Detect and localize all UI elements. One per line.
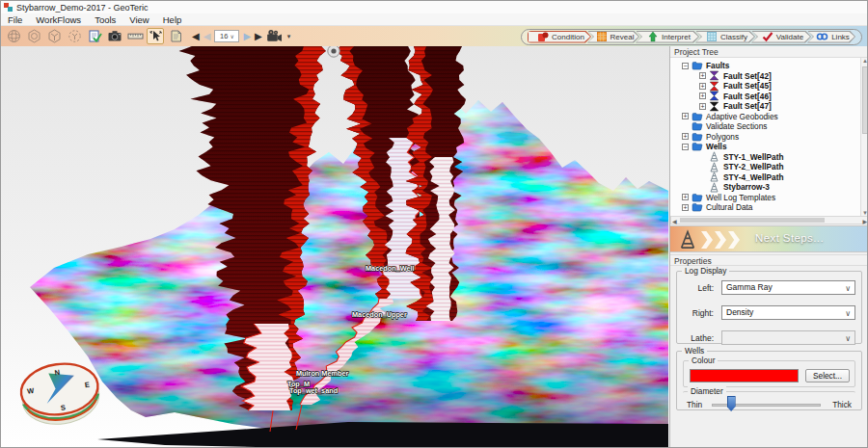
tree-item-stybarrow-3[interactable]: Stybarrow-3	[670, 182, 868, 193]
tree-item-sty-2-wellpath[interactable]: STY-2_WellPath	[670, 162, 868, 172]
tree-item-fault-set-42-[interactable]: +Fault Set[42]	[670, 71, 868, 82]
tree-item-label: Fault Set[45]	[723, 81, 772, 91]
tree-item-fault-set-46-[interactable]: +Fault Set[46]	[670, 92, 868, 102]
colour-swatch[interactable]	[690, 369, 799, 382]
tree-item-fault-set-47-[interactable]: +Fault Set[47]	[670, 101, 868, 112]
colour-legend: Colour	[689, 356, 718, 365]
frame-select[interactable]: 16∨	[214, 30, 239, 42]
tree-expander[interactable]: +	[682, 204, 689, 211]
notepad-check-icon[interactable]	[86, 28, 103, 44]
workflow-tab-links[interactable]: Links	[807, 31, 855, 43]
tree-expander[interactable]: −	[682, 63, 689, 69]
combo-lathe[interactable]: ∨	[721, 330, 855, 345]
workflow-tab-condition[interactable]: Condition	[528, 31, 591, 43]
scroll-right-icon[interactable]: ▶	[862, 218, 867, 224]
app-icon	[4, 3, 13, 12]
tree-item-label: Fault Set[47]	[723, 101, 772, 111]
target-axes-icon[interactable]	[66, 28, 83, 44]
next-steps-label: Next Steps...	[755, 232, 824, 244]
derrick-icon	[709, 162, 721, 172]
tree-item-well-log-templates[interactable]: +Well Log Templates	[670, 193, 868, 203]
toolbar: ◀ ◀ 16∨ ▶ ▶ ▾ ConditionRevealInterpretCl…	[1, 26, 867, 46]
tree-item-fault-set-45-[interactable]: +Fault Set[45]	[670, 81, 868, 92]
sphere-grid-icon[interactable]	[5, 28, 22, 44]
log-display-group: Log Display Left:Gamma Ray∨Right:Density…	[676, 271, 862, 344]
tree-expander[interactable]: +	[699, 103, 706, 110]
camera-dropdown-caret[interactable]: ▾	[287, 33, 291, 40]
tree-expander[interactable]: −	[682, 144, 689, 150]
scroll-up-icon[interactable]: ▲	[861, 58, 868, 64]
menu-workflows[interactable]: WorkFlows	[29, 14, 88, 25]
select-cursor-icon[interactable]	[147, 28, 164, 44]
workflow-tab-label: Interpret	[662, 33, 691, 41]
diameter-min-label: Thin	[687, 400, 702, 409]
log-display-row-label: Right:	[681, 308, 721, 318]
camera-icon[interactable]	[106, 28, 123, 44]
tree-item-label: Polygons	[706, 132, 739, 142]
diameter-slider-handle[interactable]	[727, 396, 736, 411]
workflow-tab-classify[interactable]: Classify	[695, 31, 755, 43]
folder-icon	[692, 121, 704, 131]
validate-icon	[762, 31, 773, 42]
hex-sphere-icon[interactable]	[25, 28, 42, 44]
tree-expander[interactable]: +	[699, 83, 706, 90]
step-first-button[interactable]: ◀	[192, 32, 200, 41]
scene-label: Macedon_Well	[366, 264, 415, 273]
tree-item-label: Adaptive Geobodies	[706, 112, 778, 121]
movie-camera-icon[interactable]	[266, 29, 283, 43]
log-display-row: Lathe:∨	[681, 330, 855, 345]
folder-icon	[692, 142, 704, 151]
classify-icon	[706, 31, 718, 42]
tree-item-cultural-data[interactable]: +Cultural Data	[670, 202, 868, 213]
folder-icon	[692, 202, 704, 212]
tree-expander[interactable]: +	[682, 113, 689, 119]
menu-file[interactable]: File	[1, 14, 29, 25]
tree-expander[interactable]: +	[699, 72, 706, 79]
3d-viewport[interactable]: NESW Macedon_WellMacedon_WellMacedon_Upp…	[1, 46, 669, 448]
clipboard-icon[interactable]	[167, 28, 184, 44]
condition-icon	[537, 31, 549, 42]
tree-vertical-scrollbar[interactable]: ▲ ▼	[860, 58, 868, 216]
workflow-tabs: ConditionRevealInterpretClassifyValidate…	[521, 29, 862, 45]
ruler-icon[interactable]	[126, 28, 144, 44]
fault-icon	[709, 101, 721, 112]
tree-expander[interactable]: +	[682, 133, 689, 140]
tree-item-label: Well Log Templates	[706, 193, 775, 202]
colour-select-button[interactable]: Select...	[805, 369, 850, 382]
play-button[interactable]: ▶	[255, 32, 262, 41]
workflow-tab-validate[interactable]: Validate	[751, 31, 811, 43]
step-back-button[interactable]: ◀	[203, 32, 211, 41]
combo-left[interactable]: Gamma Ray∨	[721, 280, 855, 295]
workflow-tab-label: Condition	[552, 33, 584, 41]
workflow-tab-interpret[interactable]: Interpret	[636, 31, 699, 43]
menu-view[interactable]: View	[122, 14, 155, 25]
nav-group: ◀ ◀ 16∨ ▶ ▶ ▾	[192, 29, 290, 43]
tree-item-wells[interactable]: −Wells	[670, 142, 868, 152]
reveal-icon	[596, 31, 608, 42]
menu-help[interactable]: Help	[156, 14, 189, 25]
app-window: Stybarrow_Demo-2017 - GeoTeric FileWorkF…	[0, 0, 868, 448]
window-title: Stybarrow_Demo-2017 - GeoTeric	[16, 3, 149, 13]
tree-item-faults[interactable]: −Faults	[670, 61, 868, 71]
tree-item-polygons[interactable]: +Polygons	[670, 132, 868, 143]
menu-bar: FileWorkFlowsToolsViewHelp	[1, 13, 867, 26]
folder-icon	[692, 193, 704, 202]
tree-item-sty-4-wellpath[interactable]: STY-4_WellPath	[670, 172, 868, 183]
tree-item-validate-sections[interactable]: Validate Sections	[670, 121, 868, 132]
tree-item-adaptive-geobodies[interactable]: +Adaptive Geobodies	[670, 112, 868, 122]
folder-icon	[692, 112, 704, 121]
tree-expander[interactable]: +	[682, 194, 689, 200]
step-forward-button[interactable]: ▶	[243, 32, 251, 41]
menu-tools[interactable]: Tools	[88, 14, 122, 25]
workflow-tab-reveal[interactable]: Reveal	[587, 31, 639, 43]
combo-right[interactable]: Density∨	[721, 305, 855, 320]
tree-horizontal-scrollbar[interactable]: ◀ ▶	[670, 216, 868, 224]
tree-item-label: Cultural Data	[706, 202, 752, 212]
hex-axes-icon[interactable]	[45, 28, 63, 44]
log-display-row: Right:Density∨	[681, 305, 855, 320]
scroll-left-icon[interactable]: ◀	[672, 218, 677, 224]
log-display-row-label: Left:	[681, 283, 721, 293]
tree-expander[interactable]: +	[699, 92, 706, 99]
tree-item-sty-1-wellpath[interactable]: STY-1_WellPath	[670, 152, 868, 163]
next-steps-banner[interactable]: Next Steps...	[670, 225, 868, 252]
